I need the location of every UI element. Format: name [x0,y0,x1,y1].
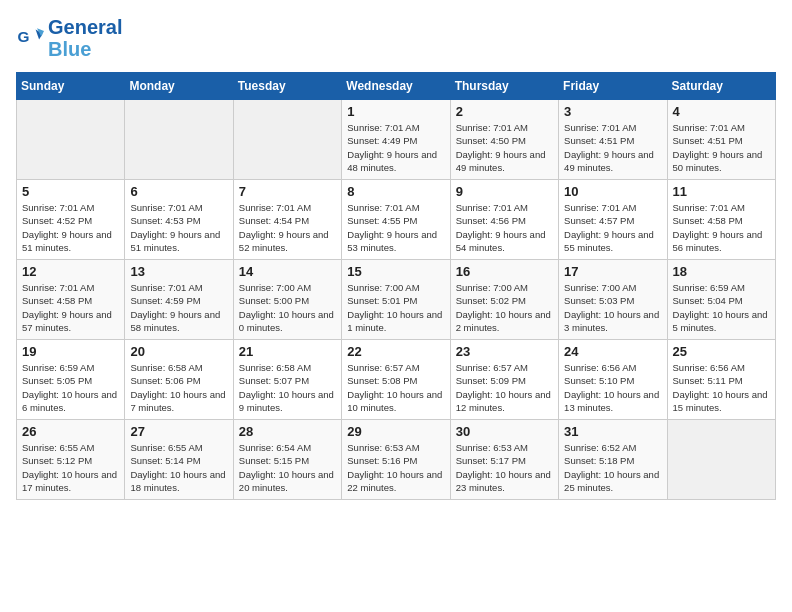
day-info: Sunrise: 7:01 AM Sunset: 4:51 PM Dayligh… [673,121,770,174]
calendar-week-1: 1 Sunrise: 7:01 AM Sunset: 4:49 PM Dayli… [17,100,776,180]
calendar-cell: 12 Sunrise: 7:01 AM Sunset: 4:58 PM Dayl… [17,260,125,340]
calendar-cell: 3 Sunrise: 7:01 AM Sunset: 4:51 PM Dayli… [559,100,667,180]
day-number: 29 [347,424,444,439]
day-number: 15 [347,264,444,279]
day-info: Sunrise: 7:00 AM Sunset: 5:02 PM Dayligh… [456,281,553,334]
day-info: Sunrise: 6:52 AM Sunset: 5:18 PM Dayligh… [564,441,661,494]
day-info: Sunrise: 6:53 AM Sunset: 5:16 PM Dayligh… [347,441,444,494]
calendar-cell: 21 Sunrise: 6:58 AM Sunset: 5:07 PM Dayl… [233,340,341,420]
calendar-cell: 9 Sunrise: 7:01 AM Sunset: 4:56 PM Dayli… [450,180,558,260]
day-number: 14 [239,264,336,279]
day-number: 27 [130,424,227,439]
calendar-table: SundayMondayTuesdayWednesdayThursdayFrid… [16,72,776,500]
day-info: Sunrise: 7:01 AM Sunset: 4:56 PM Dayligh… [456,201,553,254]
day-number: 18 [673,264,770,279]
day-info: Sunrise: 6:59 AM Sunset: 5:04 PM Dayligh… [673,281,770,334]
day-info: Sunrise: 6:56 AM Sunset: 5:11 PM Dayligh… [673,361,770,414]
day-info: Sunrise: 7:01 AM Sunset: 4:52 PM Dayligh… [22,201,119,254]
day-info: Sunrise: 7:01 AM Sunset: 4:55 PM Dayligh… [347,201,444,254]
calendar-cell: 18 Sunrise: 6:59 AM Sunset: 5:04 PM Dayl… [667,260,775,340]
logo-icon: G [16,24,44,52]
calendar-cell: 2 Sunrise: 7:01 AM Sunset: 4:50 PM Dayli… [450,100,558,180]
day-info: Sunrise: 7:01 AM Sunset: 4:57 PM Dayligh… [564,201,661,254]
calendar-cell: 28 Sunrise: 6:54 AM Sunset: 5:15 PM Dayl… [233,420,341,500]
calendar-cell: 7 Sunrise: 7:01 AM Sunset: 4:54 PM Dayli… [233,180,341,260]
calendar-cell [17,100,125,180]
day-number: 8 [347,184,444,199]
day-number: 31 [564,424,661,439]
weekday-header-friday: Friday [559,73,667,100]
page-header: G General Blue [16,16,776,60]
day-number: 12 [22,264,119,279]
day-info: Sunrise: 7:01 AM Sunset: 4:58 PM Dayligh… [673,201,770,254]
calendar-cell: 22 Sunrise: 6:57 AM Sunset: 5:08 PM Dayl… [342,340,450,420]
calendar-cell [667,420,775,500]
day-info: Sunrise: 6:54 AM Sunset: 5:15 PM Dayligh… [239,441,336,494]
calendar-week-3: 12 Sunrise: 7:01 AM Sunset: 4:58 PM Dayl… [17,260,776,340]
calendar-cell: 25 Sunrise: 6:56 AM Sunset: 5:11 PM Dayl… [667,340,775,420]
calendar-cell: 14 Sunrise: 7:00 AM Sunset: 5:00 PM Dayl… [233,260,341,340]
day-number: 11 [673,184,770,199]
day-info: Sunrise: 6:59 AM Sunset: 5:05 PM Dayligh… [22,361,119,414]
day-number: 2 [456,104,553,119]
day-info: Sunrise: 7:01 AM Sunset: 4:53 PM Dayligh… [130,201,227,254]
weekday-header-row: SundayMondayTuesdayWednesdayThursdayFrid… [17,73,776,100]
day-info: Sunrise: 6:56 AM Sunset: 5:10 PM Dayligh… [564,361,661,414]
calendar-cell: 1 Sunrise: 7:01 AM Sunset: 4:49 PM Dayli… [342,100,450,180]
day-number: 22 [347,344,444,359]
day-number: 25 [673,344,770,359]
calendar-cell: 26 Sunrise: 6:55 AM Sunset: 5:12 PM Dayl… [17,420,125,500]
day-info: Sunrise: 7:01 AM Sunset: 4:58 PM Dayligh… [22,281,119,334]
day-number: 9 [456,184,553,199]
calendar-cell [233,100,341,180]
day-number: 16 [456,264,553,279]
calendar-cell: 13 Sunrise: 7:01 AM Sunset: 4:59 PM Dayl… [125,260,233,340]
weekday-header-saturday: Saturday [667,73,775,100]
day-number: 4 [673,104,770,119]
calendar-cell: 20 Sunrise: 6:58 AM Sunset: 5:06 PM Dayl… [125,340,233,420]
day-number: 5 [22,184,119,199]
weekday-header-thursday: Thursday [450,73,558,100]
calendar-cell: 6 Sunrise: 7:01 AM Sunset: 4:53 PM Dayli… [125,180,233,260]
day-info: Sunrise: 6:58 AM Sunset: 5:06 PM Dayligh… [130,361,227,414]
day-number: 7 [239,184,336,199]
weekday-header-monday: Monday [125,73,233,100]
calendar-cell: 19 Sunrise: 6:59 AM Sunset: 5:05 PM Dayl… [17,340,125,420]
day-number: 23 [456,344,553,359]
svg-text:G: G [17,28,29,45]
day-number: 1 [347,104,444,119]
calendar-cell: 15 Sunrise: 7:00 AM Sunset: 5:01 PM Dayl… [342,260,450,340]
calendar-cell: 16 Sunrise: 7:00 AM Sunset: 5:02 PM Dayl… [450,260,558,340]
day-info: Sunrise: 7:01 AM Sunset: 4:54 PM Dayligh… [239,201,336,254]
weekday-header-sunday: Sunday [17,73,125,100]
day-number: 6 [130,184,227,199]
day-info: Sunrise: 7:01 AM Sunset: 4:49 PM Dayligh… [347,121,444,174]
day-number: 17 [564,264,661,279]
day-number: 20 [130,344,227,359]
calendar-cell: 29 Sunrise: 6:53 AM Sunset: 5:16 PM Dayl… [342,420,450,500]
day-info: Sunrise: 6:57 AM Sunset: 5:09 PM Dayligh… [456,361,553,414]
day-info: Sunrise: 7:00 AM Sunset: 5:01 PM Dayligh… [347,281,444,334]
day-info: Sunrise: 7:00 AM Sunset: 5:00 PM Dayligh… [239,281,336,334]
day-info: Sunrise: 7:01 AM Sunset: 4:59 PM Dayligh… [130,281,227,334]
day-info: Sunrise: 6:58 AM Sunset: 5:07 PM Dayligh… [239,361,336,414]
calendar-cell: 11 Sunrise: 7:01 AM Sunset: 4:58 PM Dayl… [667,180,775,260]
calendar-cell: 31 Sunrise: 6:52 AM Sunset: 5:18 PM Dayl… [559,420,667,500]
calendar-week-4: 19 Sunrise: 6:59 AM Sunset: 5:05 PM Dayl… [17,340,776,420]
weekday-header-tuesday: Tuesday [233,73,341,100]
day-info: Sunrise: 7:00 AM Sunset: 5:03 PM Dayligh… [564,281,661,334]
day-number: 26 [22,424,119,439]
logo-text: General Blue [48,16,122,60]
calendar-cell: 17 Sunrise: 7:00 AM Sunset: 5:03 PM Dayl… [559,260,667,340]
calendar-week-5: 26 Sunrise: 6:55 AM Sunset: 5:12 PM Dayl… [17,420,776,500]
calendar-cell: 4 Sunrise: 7:01 AM Sunset: 4:51 PM Dayli… [667,100,775,180]
logo: G General Blue [16,16,122,60]
calendar-cell: 23 Sunrise: 6:57 AM Sunset: 5:09 PM Dayl… [450,340,558,420]
day-info: Sunrise: 7:01 AM Sunset: 4:50 PM Dayligh… [456,121,553,174]
day-number: 28 [239,424,336,439]
day-info: Sunrise: 6:57 AM Sunset: 5:08 PM Dayligh… [347,361,444,414]
calendar-cell: 27 Sunrise: 6:55 AM Sunset: 5:14 PM Dayl… [125,420,233,500]
day-number: 19 [22,344,119,359]
day-info: Sunrise: 6:55 AM Sunset: 5:14 PM Dayligh… [130,441,227,494]
day-number: 21 [239,344,336,359]
